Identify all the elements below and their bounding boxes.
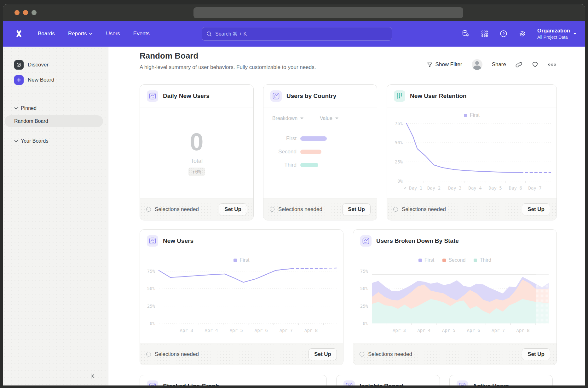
card-footer: Selections needed Set Up bbox=[353, 343, 556, 365]
bar-third bbox=[300, 163, 318, 167]
card-stacked-line-graph: Stacked Line Graph bbox=[140, 375, 327, 385]
avatar[interactable] bbox=[472, 59, 482, 70]
page-subtitle: A high-level summary of user behaviors. … bbox=[140, 64, 316, 71]
svg-text:Apr 4: Apr 4 bbox=[205, 328, 218, 333]
svg-text:25%: 25% bbox=[360, 304, 368, 309]
help-icon[interactable]: ? bbox=[499, 30, 508, 38]
nav-item-events[interactable]: Events bbox=[128, 27, 155, 40]
state-area-chart: 75%50%25%0%Apr 3Apr 4Apr 5Apr 6Apr 7Apr … bbox=[353, 252, 557, 344]
apps-grid-icon[interactable] bbox=[481, 30, 489, 38]
svg-text:Day 7: Day 7 bbox=[528, 185, 542, 191]
country-bar-row: Third bbox=[263, 158, 377, 172]
zoom-window-button[interactable] bbox=[32, 10, 37, 15]
copy-link-button[interactable] bbox=[516, 61, 522, 68]
caret-down-icon bbox=[300, 117, 303, 119]
nav-item-reports[interactable]: Reports bbox=[63, 27, 98, 40]
collapse-sidebar-icon[interactable] bbox=[90, 373, 97, 379]
nav-item-boards[interactable]: Boards bbox=[32, 27, 60, 40]
chevron-down-icon bbox=[14, 140, 18, 142]
sidebar-item-random-board[interactable]: Random Board bbox=[5, 115, 103, 127]
value-dropdown[interactable]: Value bbox=[320, 116, 338, 121]
card-title: Active Users bbox=[473, 383, 509, 385]
ellipsis-icon bbox=[548, 63, 556, 66]
line-chart-icon bbox=[147, 235, 158, 247]
svg-text:75%: 75% bbox=[147, 269, 155, 274]
svg-text:25%: 25% bbox=[395, 159, 403, 164]
svg-text:Day 5: Day 5 bbox=[489, 185, 502, 191]
svg-text:Day 6: Day 6 bbox=[509, 185, 522, 191]
mixpanel-logo-icon[interactable] bbox=[14, 29, 24, 38]
country-bar-row: First bbox=[263, 132, 377, 145]
card-users-by-state: Users Broken Down By State First Second … bbox=[353, 229, 557, 365]
svg-text:0%: 0% bbox=[150, 321, 155, 326]
card-title: New User Retention bbox=[410, 93, 466, 100]
svg-text:75%: 75% bbox=[395, 121, 403, 126]
svg-text:75%: 75% bbox=[360, 269, 368, 274]
svg-text:50%: 50% bbox=[395, 140, 403, 145]
show-filter-button[interactable]: Show Filter bbox=[427, 61, 462, 68]
status-circle-icon bbox=[360, 352, 364, 357]
country-bar-row: Second bbox=[263, 145, 377, 158]
status-circle-icon bbox=[146, 207, 151, 212]
line-chart-icon bbox=[270, 90, 282, 102]
traffic-lights[interactable] bbox=[14, 10, 37, 15]
sidebar-item-discover[interactable]: Discover bbox=[14, 57, 108, 72]
settings-gear-icon[interactable] bbox=[518, 30, 527, 38]
nav-item-users[interactable]: Users bbox=[101, 27, 125, 40]
svg-text:50%: 50% bbox=[360, 286, 368, 291]
retention-line-chart: 75%50%25%0%< Day 1Day 2Day 3Day 4Day 5Da… bbox=[387, 107, 557, 199]
sidebar-item-new-board[interactable]: New Board bbox=[14, 72, 108, 88]
sidebar-section-pinned[interactable]: Pinned bbox=[14, 102, 108, 115]
caret-down-icon bbox=[335, 117, 338, 119]
svg-text:< Day 1: < Day 1 bbox=[404, 185, 422, 191]
more-options-button[interactable] bbox=[548, 63, 556, 66]
svg-text:Apr 7: Apr 7 bbox=[280, 328, 293, 333]
filter-funnel-icon bbox=[427, 62, 433, 68]
set-up-button[interactable]: Set Up bbox=[342, 203, 371, 215]
chevron-down-icon bbox=[573, 33, 577, 35]
data-management-icon[interactable] bbox=[462, 30, 470, 38]
sidebar-footer bbox=[3, 366, 108, 385]
retention-grid-icon bbox=[394, 90, 405, 102]
set-up-button[interactable]: Set Up bbox=[522, 203, 550, 215]
set-up-button[interactable]: Set Up bbox=[219, 203, 247, 215]
status-text: Selections needed bbox=[402, 206, 518, 213]
link-icon bbox=[516, 61, 522, 68]
status-text: Selections needed bbox=[278, 206, 338, 213]
close-window-button[interactable] bbox=[14, 10, 20, 15]
status-text: Selections needed bbox=[155, 351, 305, 357]
plus-icon bbox=[14, 75, 24, 85]
favorite-button[interactable] bbox=[532, 61, 539, 68]
share-button[interactable]: Share bbox=[492, 61, 506, 68]
minimize-window-button[interactable] bbox=[23, 10, 28, 15]
set-up-button[interactable]: Set Up bbox=[308, 348, 337, 360]
card-daily-new-users: Daily New Users 0 Total ↑0% Selections n… bbox=[140, 84, 254, 220]
svg-text:Day 4: Day 4 bbox=[468, 185, 481, 191]
metric-label: Total bbox=[191, 158, 203, 164]
status-circle-icon bbox=[146, 352, 151, 357]
svg-text:25%: 25% bbox=[147, 304, 155, 309]
card-new-user-retention: New User Retention First 75%50%25%0%< Da… bbox=[387, 84, 557, 220]
heart-icon bbox=[532, 61, 539, 68]
card-insights-report: Insights Report bbox=[336, 375, 440, 385]
breakdown-dropdown[interactable]: Breakdown bbox=[272, 116, 303, 121]
card-footer: Selections needed Set Up bbox=[263, 198, 377, 220]
browser-window: Boards Reports Users Events Search ⌘ + K bbox=[3, 4, 585, 385]
bar-first bbox=[300, 136, 327, 141]
card-title: Stacked Line Graph bbox=[163, 383, 219, 385]
chevron-down-icon bbox=[14, 107, 18, 110]
org-switcher[interactable]: Organization All Project Data bbox=[537, 28, 577, 40]
compass-icon bbox=[14, 60, 24, 70]
search-placeholder: Search ⌘ + K bbox=[215, 31, 247, 37]
set-up-button[interactable]: Set Up bbox=[522, 348, 550, 360]
page-title: Random Board bbox=[140, 51, 198, 61]
top-nav: Boards Reports Users Events Search ⌘ + K bbox=[3, 21, 585, 47]
svg-text:0%: 0% bbox=[397, 179, 403, 184]
line-chart-icon bbox=[147, 90, 158, 102]
sidebar-section-your-boards[interactable]: Your Boards bbox=[14, 135, 108, 147]
svg-text:Apr 7: Apr 7 bbox=[492, 328, 505, 333]
card-new-users: New Users First 75%50%25%0%Apr 3Apr 4Apr… bbox=[140, 229, 343, 365]
card-footer: Selections needed Set Up bbox=[140, 198, 253, 220]
search-input[interactable]: Search ⌘ + K bbox=[202, 27, 392, 41]
url-bar[interactable] bbox=[193, 7, 463, 18]
